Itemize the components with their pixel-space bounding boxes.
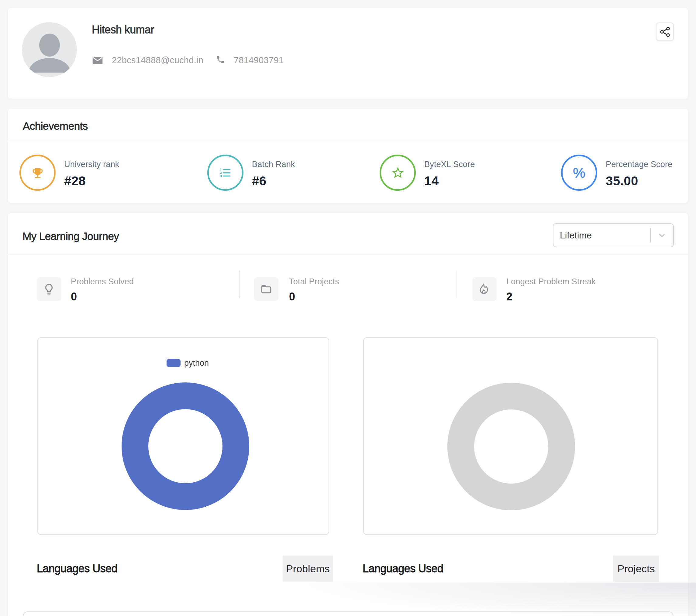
batch-rank-label: Batch Rank bbox=[252, 160, 295, 168]
learning-journey-card: My Learning Journey Lifetime Problems So… bbox=[8, 213, 688, 616]
languages-used-title-problems: Languages Used bbox=[37, 563, 117, 574]
profile-phone: 7814903791 bbox=[234, 56, 284, 65]
share-icon bbox=[659, 26, 671, 38]
donut-chart-problems bbox=[122, 383, 249, 510]
streak-label: Longest Problem Streak bbox=[506, 278, 596, 286]
email-icon bbox=[92, 56, 103, 64]
divider bbox=[8, 141, 688, 141]
bytexl-score-value: 14 bbox=[424, 175, 439, 188]
achievements-card: Achievements University rank #28 Batch R… bbox=[8, 109, 688, 203]
numbered-list-icon bbox=[219, 166, 232, 179]
avatar bbox=[22, 22, 77, 77]
total-projects-label: Total Projects bbox=[289, 278, 339, 286]
divider bbox=[8, 255, 688, 255]
flame-icon bbox=[478, 283, 491, 295]
university-rank-badge bbox=[19, 155, 56, 191]
percentage-score-badge: % bbox=[561, 155, 597, 191]
languages-used-title-projects: Languages Used bbox=[363, 563, 443, 574]
person-icon bbox=[22, 22, 77, 77]
profile-email: 22bcs14888@cuchd.in bbox=[112, 56, 203, 65]
folder-icon bbox=[260, 283, 273, 295]
legend-swatch bbox=[167, 359, 180, 367]
percentage-score-value: 35.00 bbox=[606, 175, 638, 188]
lightbulb-icon bbox=[43, 283, 55, 295]
batch-rank-badge bbox=[207, 155, 243, 191]
university-rank-value: #28 bbox=[64, 175, 86, 188]
problems-solved-iconbox bbox=[37, 277, 61, 301]
streak-value: 2 bbox=[506, 291, 512, 302]
problems-solved-value: 0 bbox=[71, 291, 77, 302]
profile-card: Hitesh kumar 22bcs14888@cuchd.in 7814903… bbox=[8, 8, 688, 99]
profile-name: Hitesh kumar bbox=[92, 24, 154, 35]
total-projects-iconbox bbox=[254, 277, 279, 301]
phone-icon bbox=[216, 55, 225, 64]
problems-languages-chart: python bbox=[37, 337, 329, 535]
donut-chart-projects bbox=[447, 383, 575, 510]
chevron-down-icon bbox=[651, 231, 673, 240]
timeframe-value: Lifetime bbox=[553, 230, 650, 241]
journey-title: My Learning Journey bbox=[22, 231, 119, 242]
university-rank-label: University rank bbox=[64, 160, 120, 168]
percent-icon: % bbox=[573, 166, 585, 180]
timeframe-select[interactable]: Lifetime bbox=[553, 223, 674, 247]
star-icon bbox=[391, 166, 405, 180]
trophy-icon bbox=[31, 166, 44, 180]
divider bbox=[239, 270, 240, 298]
profile-page: Hitesh kumar 22bcs14888@cuchd.in 7814903… bbox=[0, 0, 696, 616]
bytexl-score-label: ByteXL Score bbox=[424, 160, 475, 168]
percentage-score-label: Percentage Score bbox=[606, 160, 672, 168]
total-projects-value: 0 bbox=[289, 291, 295, 302]
projects-languages-chart bbox=[363, 337, 658, 535]
problems-chip[interactable]: Problems bbox=[283, 555, 333, 582]
batch-rank-value: #6 bbox=[252, 175, 266, 188]
divider bbox=[457, 270, 457, 298]
problems-solved-label: Problems Solved bbox=[71, 278, 134, 286]
achievements-title: Achievements bbox=[23, 120, 88, 131]
projects-chip[interactable]: Projects bbox=[613, 555, 659, 582]
bytexl-score-badge bbox=[380, 155, 416, 191]
bottom-panel bbox=[23, 612, 674, 616]
streak-iconbox bbox=[472, 277, 496, 301]
share-button[interactable] bbox=[656, 22, 674, 41]
legend-label: python bbox=[184, 359, 209, 367]
